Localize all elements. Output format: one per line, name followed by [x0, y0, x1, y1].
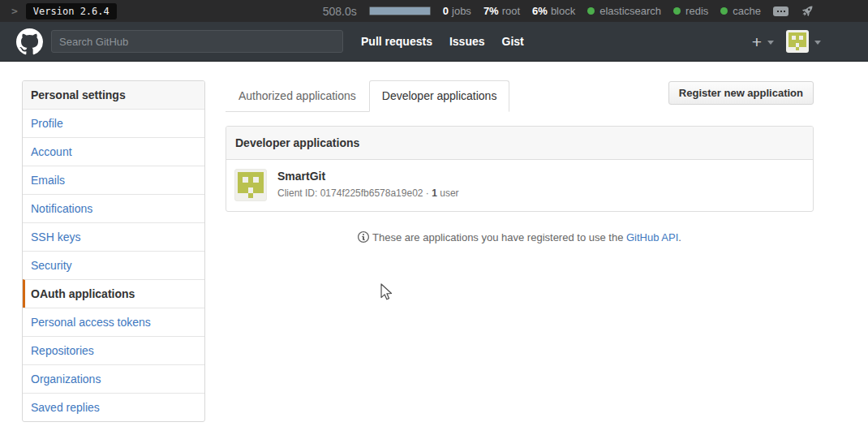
- sidebar-item-personal-access-tokens[interactable]: Personal access tokens: [23, 308, 204, 336]
- chevron-right-icon: >: [11, 5, 18, 17]
- stat-block: 6%block: [532, 5, 575, 17]
- sidebar-item-oauth-applications[interactable]: OAuth applications: [23, 279, 204, 308]
- app-client-id: Client ID: 0174f225fb6578a19e02 · 1 user: [277, 187, 459, 199]
- tab-authorized-applications[interactable]: Authorized applications: [226, 80, 369, 112]
- github-api-link[interactable]: GitHub API: [626, 231, 678, 243]
- stat-block-value: 6%: [532, 5, 548, 17]
- tab-row: Authorized applications Developer applic…: [226, 80, 814, 111]
- info-icon: [358, 230, 369, 243]
- service-status-dot: [587, 7, 595, 15]
- sidebar-item-repositories[interactable]: Repositories: [23, 336, 204, 364]
- chevron-down-icon[interactable]: [767, 41, 774, 45]
- app-list-item: SmartGit Client ID: 0174f225fb6578a19e02…: [226, 160, 813, 211]
- nav-issues[interactable]: Issues: [449, 35, 485, 48]
- service-elasticsearch-label: elasticsearch: [599, 5, 661, 17]
- info-note: These are applications you have register…: [226, 230, 814, 243]
- service-elasticsearch: elasticsearch: [587, 5, 661, 17]
- sidebar-item-profile[interactable]: Profile: [23, 110, 204, 137]
- stat-block-label: block: [551, 5, 575, 17]
- sidebar-item-organizations[interactable]: Organizations: [23, 364, 204, 393]
- service-redis: redis: [673, 5, 708, 17]
- service-redis-label: redis: [685, 5, 708, 17]
- service-cache: cache: [720, 5, 761, 17]
- progress-fill: [370, 7, 430, 15]
- header-nav: Pull requests Issues Gist: [361, 35, 524, 48]
- nav-pull-requests[interactable]: Pull requests: [361, 35, 432, 48]
- panel-heading: Developer applications: [226, 127, 813, 160]
- developer-applications-panel: Developer applications SmartGit Client I…: [226, 126, 814, 212]
- header-right: +: [752, 30, 821, 53]
- sidebar-heading: Personal settings: [23, 81, 204, 110]
- user-label: user: [440, 187, 458, 199]
- stat-root-value: 7%: [483, 5, 499, 17]
- sidebar-item-saved-replies[interactable]: Saved replies: [23, 393, 204, 421]
- separator-dot: ·: [426, 187, 429, 199]
- note-suffix: .: [678, 231, 681, 243]
- client-id-text: Client ID: 0174f225fb6578a19e02: [277, 187, 423, 199]
- sidebar-item-account[interactable]: Account: [23, 137, 204, 166]
- chevron-down-icon[interactable]: [814, 41, 821, 45]
- rocket-icon[interactable]: [801, 4, 814, 18]
- stat-jobs-label: jobs: [452, 5, 471, 17]
- sidebar-item-notifications[interactable]: Notifications: [23, 194, 204, 222]
- service-cache-label: cache: [733, 5, 761, 17]
- avatar[interactable]: [786, 30, 809, 53]
- sidebar-item-security[interactable]: Security: [23, 251, 204, 279]
- app-info: SmartGit Client ID: 0174f225fb6578a19e02…: [277, 169, 459, 199]
- note-text: These are applications you have register…: [372, 231, 623, 243]
- github-header: Pull requests Issues Gist +: [0, 22, 868, 62]
- elapsed-time: 508.0s: [323, 5, 357, 18]
- settings-sidebar: Personal settings Profile Account Emails…: [22, 80, 205, 422]
- nav-gist[interactable]: Gist: [502, 35, 524, 48]
- sidebar-item-emails[interactable]: Emails: [23, 166, 204, 194]
- version-badge: Version 2.6.4: [26, 3, 117, 19]
- console-ellipsis-icon[interactable]: [773, 6, 789, 16]
- status-bar-right: 508.0s 0jobs 7%root 6%block elasticsearc…: [323, 4, 814, 18]
- search-input[interactable]: [51, 30, 343, 53]
- plus-icon[interactable]: +: [752, 33, 762, 50]
- app-avatar[interactable]: [234, 169, 267, 201]
- main-content: Authorized applications Developer applic…: [226, 80, 814, 243]
- sidebar-item-ssh-keys[interactable]: SSH keys: [23, 222, 204, 251]
- app-name-link[interactable]: SmartGit: [277, 170, 325, 183]
- stat-jobs: 0jobs: [443, 5, 471, 17]
- status-bar: > Version 2.6.4 508.0s 0jobs 7%root 6%bl…: [0, 0, 868, 22]
- stat-jobs-value: 0: [443, 5, 449, 17]
- github-logo-icon[interactable]: [16, 28, 43, 55]
- mouse-cursor: [380, 283, 393, 303]
- stat-root: 7%root: [483, 5, 520, 17]
- screen: > Version 2.6.4 508.0s 0jobs 7%root 6%bl…: [0, 0, 868, 448]
- progress-bar: [369, 6, 431, 15]
- tab-developer-applications[interactable]: Developer applications: [369, 80, 510, 112]
- user-count: 1: [432, 187, 437, 199]
- service-status-dot: [720, 7, 728, 15]
- register-new-application-button[interactable]: Register new application: [668, 81, 814, 105]
- stat-root-label: root: [502, 5, 520, 17]
- service-status-dot: [673, 7, 681, 15]
